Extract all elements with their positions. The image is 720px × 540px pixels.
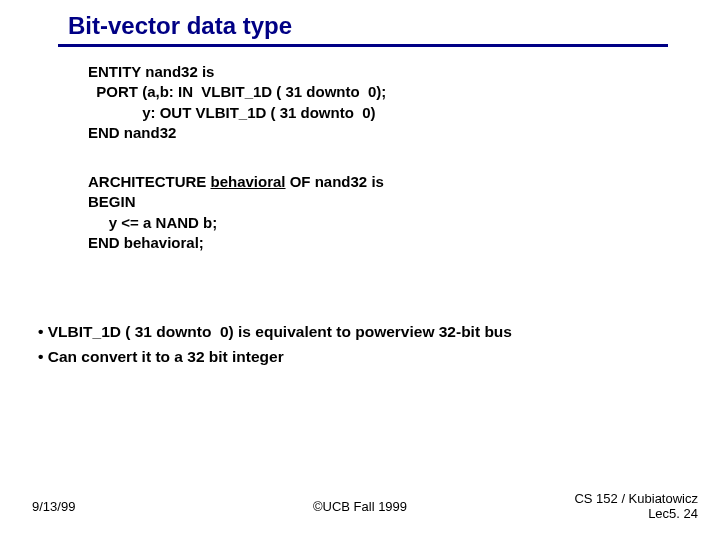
code-line: ENTITY nand32 is — [88, 62, 386, 82]
code-line: END nand32 — [88, 123, 386, 143]
slide-title: Bit-vector data type — [68, 12, 292, 40]
code-line: y <= a NAND b; — [88, 213, 384, 233]
text: ARCHITECTURE — [88, 173, 211, 190]
title-underline — [58, 44, 668, 47]
code-line: y: OUT VLBIT_1D ( 31 downto 0) — [88, 103, 386, 123]
bullet-item: • VLBIT_1D ( 31 downto 0) is equivalent … — [38, 320, 512, 345]
code-block-arch: ARCHITECTURE behavioral OF nand32 is BEG… — [88, 172, 384, 253]
code-line: PORT (a,b: IN VLBIT_1D ( 31 downto 0); — [88, 82, 386, 102]
code-block-entity: ENTITY nand32 is PORT (a,b: IN VLBIT_1D … — [88, 62, 386, 143]
footer-course-line: Lec5. 24 — [574, 507, 698, 522]
text-underline: behavioral — [211, 173, 286, 190]
bullet-item: • Can convert it to a 32 bit integer — [38, 345, 512, 370]
code-line: END behavioral; — [88, 233, 384, 253]
text: OF nand32 is — [286, 173, 384, 190]
code-line: ARCHITECTURE behavioral OF nand32 is — [88, 172, 384, 192]
slide: Bit-vector data type ENTITY nand32 is PO… — [0, 0, 720, 540]
code-line: BEGIN — [88, 192, 384, 212]
bullet-list: • VLBIT_1D ( 31 downto 0) is equivalent … — [38, 320, 512, 370]
footer-course-line: CS 152 / Kubiatowicz — [574, 492, 698, 507]
footer-course: CS 152 / Kubiatowicz Lec5. 24 — [574, 492, 698, 522]
